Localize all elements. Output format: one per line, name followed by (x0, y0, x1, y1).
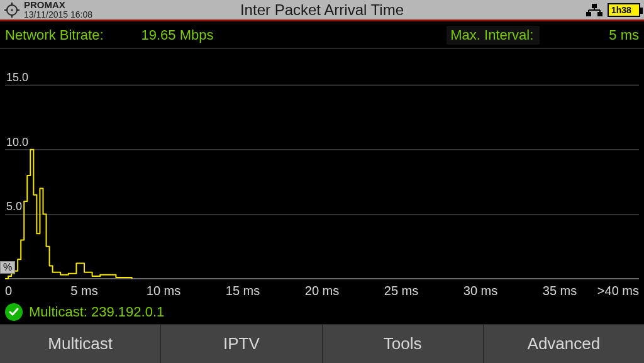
svg-text:10.0: 10.0 (6, 136, 28, 148)
check-icon (5, 303, 23, 321)
svg-text:5 ms: 5 ms (70, 284, 97, 298)
interval-value: 5 ms (609, 27, 639, 43)
interval-label: Max. Interval: (447, 26, 540, 45)
y-axis-unit-badge: % (0, 261, 15, 274)
timestamp: 13/11/2015 16:08 (24, 10, 92, 20)
svg-text:0: 0 (5, 284, 12, 298)
nav-iptv[interactable]: IPTV (161, 325, 322, 363)
battery-indicator: 1h38 (608, 3, 640, 17)
status-text: Multicast: 239.192.0.1 (29, 304, 164, 320)
svg-text:35 ms: 35 ms (543, 284, 577, 298)
crosshair-icon (4, 2, 20, 18)
svg-text:25 ms: 25 ms (384, 284, 418, 298)
info-bar: Network Bitrate: 19.65 Mbps Max. Interva… (0, 21, 644, 49)
svg-rect-6 (592, 4, 597, 8)
nav-tools[interactable]: Tools (323, 325, 484, 363)
svg-rect-7 (586, 12, 591, 16)
bitrate-value: 19.65 Mbps (142, 27, 214, 43)
svg-text:15.0: 15.0 (6, 71, 28, 84)
svg-rect-8 (597, 12, 602, 16)
bitrate-label: Network Bitrate: (5, 27, 104, 43)
brand-name: PROMAX (24, 0, 92, 10)
header-bar: PROMAX 13/11/2015 16:08 Inter Packet Arr… (0, 0, 644, 21)
network-icon (585, 3, 604, 17)
svg-text:10 ms: 10 ms (147, 284, 180, 298)
status-row: Multicast: 239.192.0.1 (0, 300, 644, 324)
svg-text:5.0: 5.0 (6, 200, 22, 213)
histogram-chart: 5.010.015.005 ms10 ms15 ms20 ms25 ms30 m… (0, 49, 644, 300)
nav-footer: Multicast IPTV Tools Advanced (0, 324, 644, 363)
svg-text:15 ms: 15 ms (226, 284, 260, 298)
svg-text:20 ms: 20 ms (305, 284, 339, 298)
svg-text:>40 ms: >40 ms (597, 284, 639, 298)
svg-text:30 ms: 30 ms (464, 284, 497, 298)
battery-text: 1h38 (611, 5, 631, 15)
brand-block: PROMAX 13/11/2015 16:08 (24, 0, 92, 19)
nav-multicast[interactable]: Multicast (0, 325, 161, 363)
nav-advanced[interactable]: Advanced (484, 325, 644, 363)
svg-point-5 (11, 9, 13, 11)
page-title: Inter Packet Arrival Time (240, 1, 404, 19)
